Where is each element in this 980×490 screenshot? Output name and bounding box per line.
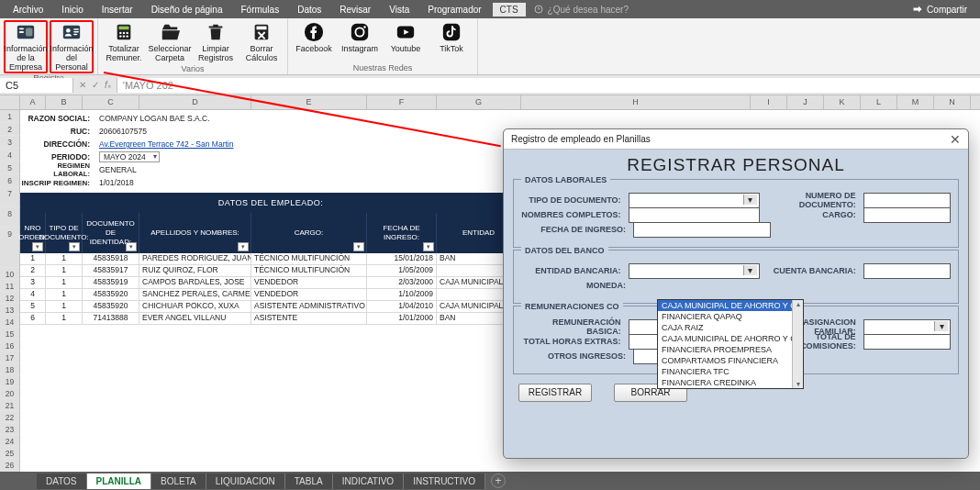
col-header[interactable]: C [83,95,139,109]
scrollbar[interactable] [792,300,803,388]
dropdown-option[interactable]: COMPARTAMOS FINANCIERA [658,355,803,366]
table-row[interactable]: 5145835920CHICHUAR POKCO, XUXAASISTENTE … [20,301,521,313]
filter-icon[interactable]: ▾ [353,242,364,251]
row-header[interactable]: 8 [0,207,20,228]
sheet-tab-instructivo[interactable]: INSTRUCTIVO [404,473,485,489]
namebox[interactable]: C5 [0,78,73,93]
col-header[interactable]: H [521,95,751,109]
btn-instagram[interactable]: Instagram [338,20,382,63]
registrar-button[interactable]: REGISTRAR [518,384,592,402]
menu-revisar[interactable]: Revisar [332,3,378,17]
comisiones-input[interactable] [863,334,951,350]
row-header[interactable]: 20 [0,387,20,399]
row-header[interactable]: 1 [0,110,20,123]
row-header[interactable]: 9 [0,228,20,268]
col-header[interactable]: J [787,95,824,109]
fx-icon[interactable]: fₓ [105,80,111,90]
row-header[interactable]: 17 [0,351,20,363]
row-header[interactable]: 2 [0,123,20,136]
btn-info-personal[interactable]: Información del Personal [50,20,94,73]
menu-inicio[interactable]: Inicio [54,3,90,17]
menu-cts[interactable]: CTS [493,3,526,17]
table-row[interactable]: 3145835919CAMPOS BARDALES, JOSEVENDEDOR2… [20,277,521,289]
row-header[interactable]: 5 [0,161,20,174]
row-header[interactable]: 12 [0,292,20,304]
menu-insertar[interactable]: Insertar [95,3,140,17]
row-header[interactable]: 10 [0,268,20,280]
col-header[interactable]: G [437,95,521,109]
row-header[interactable]: 4 [0,149,20,161]
filter-icon[interactable]: ▾ [238,242,249,251]
nombres-input[interactable] [629,207,760,223]
tell-me[interactable]: ¿Qué desea hacer? [533,4,629,15]
row-header[interactable]: 15 [0,328,20,340]
filter-icon[interactable]: ▾ [126,242,137,251]
row-header[interactable]: 19 [0,375,20,387]
col-header[interactable]: N [934,95,971,109]
dropdown-option[interactable]: CAJA MUNICIPAL DE AHORRO Y CR [658,333,803,344]
sheet-tab-boleta[interactable]: BOLETA [151,473,206,489]
row-header[interactable]: 24 [0,435,20,447]
row-header[interactable]: 7 [0,187,20,207]
col-header[interactable]: M [897,95,934,109]
btn-info-empresa[interactable]: Información de la Empresa [4,20,48,73]
add-sheet-button[interactable]: + [491,473,506,488]
dropdown-option[interactable]: CAJA MUNICIPAL DE AHORRO Y CR [658,300,803,311]
filter-icon[interactable]: ▾ [32,242,43,251]
sheet-tab-datos[interactable]: DATOS [37,473,87,489]
dropdown-option[interactable]: FINANCIERA PROEMPRESA [658,344,803,355]
close-icon[interactable]: ✕ [950,132,961,147]
table-row[interactable]: 2145835917RUIZ QUIROZ, FLORTÉCNICO MULTI… [20,265,521,277]
row-header[interactable]: 11 [0,280,20,292]
row-header[interactable]: 14 [0,316,20,328]
menu-programador[interactable]: Programador [420,3,488,17]
col-header[interactable]: B [46,95,83,109]
table-row[interactable]: 6171413888EVER ANGEL VILLANUASISTENTE1/0… [20,313,521,325]
col-header[interactable]: D [139,95,251,109]
sheet-tab-planilla[interactable]: PLANILLA [87,473,151,489]
menu-archivo[interactable]: Archivo [6,3,50,17]
dropdown-option[interactable]: FINANCIERA QAPAQ [658,311,803,322]
enter-fn-icon[interactable]: ✓ [92,80,99,90]
dropdown-option[interactable]: CAJA RAIZ [658,322,803,333]
sheet-tab-tabla[interactable]: TABLA [285,473,333,489]
entidad-select[interactable] [629,263,760,279]
row-header[interactable]: 3 [0,136,20,149]
filter-icon[interactable]: ▾ [423,242,434,251]
col-header[interactable]: E [251,95,367,109]
btn-youtube[interactable]: Youtube [384,20,428,63]
dropdown-option[interactable]: FINANCIERA CREDINKA [658,377,803,388]
col-header[interactable]: L [861,95,897,109]
row-header[interactable]: 18 [0,363,20,375]
sheet-tab-indicativo[interactable]: INDICATIVO [333,473,404,489]
btn-totalizar[interactable]: Totalizar Remuner. [102,20,146,64]
menu-datos[interactable]: Datos [290,3,329,17]
row-header[interactable]: 25 [0,447,20,459]
row-header[interactable]: 13 [0,304,20,316]
table-row[interactable]: 4145835920SANCHEZ PERALES, CARMENVENDEDO… [20,289,521,301]
btn-sel-carpeta[interactable]: Seleccionar Carpeta [148,20,192,64]
row-header[interactable]: 16 [0,340,20,351]
dropdown-option[interactable]: FINANCIERA TFC [658,366,803,377]
cancel-fn-icon[interactable]: ✕ [79,80,86,90]
row-header[interactable]: 22 [0,411,20,423]
col-header[interactable]: F [367,95,437,109]
formula-input[interactable]: 'MAYO 202 [117,78,980,93]
tipo-doc-select[interactable] [629,193,760,208]
cuenta-input[interactable] [863,263,951,279]
col-header[interactable]: A [20,95,46,109]
btn-tiktok[interactable]: TikTok [429,20,473,63]
col-header[interactable]: K [824,95,861,109]
fecha-ingreso-input[interactable] [633,222,771,238]
filter-icon[interactable]: ▾ [69,242,80,251]
row-header[interactable]: 6 [0,174,20,187]
share-button[interactable]: Compartir [905,2,974,17]
asig-fam-select[interactable] [863,319,951,335]
table-row[interactable]: 1145835918PAREDES RODRIGUEZ, JUANCHOTÉCN… [20,253,521,265]
num-doc-input[interactable] [863,193,951,208]
btn-facebook[interactable]: Facebook [292,20,336,63]
period-dropdown[interactable]: MAYO 2024 [99,151,160,162]
menu-vista[interactable]: Vista [382,3,417,17]
menu-fórmulas[interactable]: Fórmulas [233,3,286,17]
cargo-input[interactable] [863,207,951,223]
